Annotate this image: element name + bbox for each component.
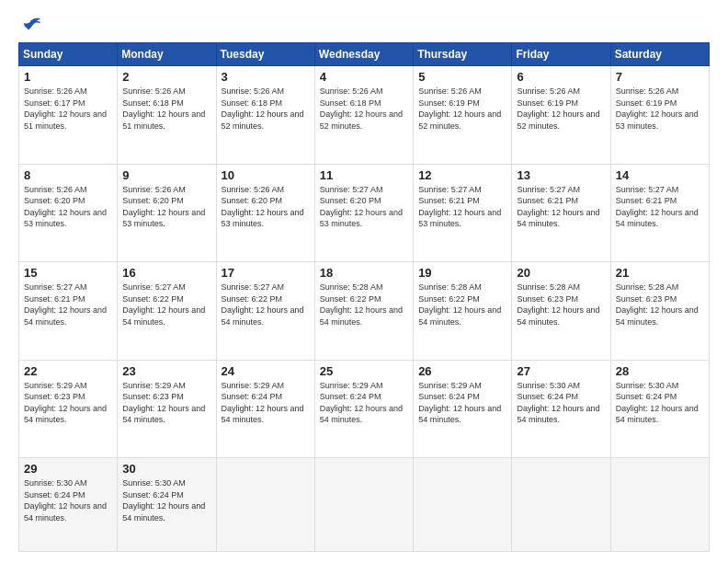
- calendar-day-cell: 6Sunrise: 5:26 AMSunset: 6:19 PMDaylight…: [512, 66, 610, 165]
- calendar-day-cell: 23Sunrise: 5:29 AMSunset: 6:23 PMDayligh…: [118, 360, 216, 458]
- day-number: 19: [418, 266, 506, 280]
- day-info: Sunrise: 5:26 AMSunset: 6:17 PMDaylight:…: [24, 86, 112, 132]
- calendar-table: SundayMondayTuesdayWednesdayThursdayFrid…: [18, 42, 710, 552]
- day-number: 23: [122, 364, 210, 378]
- calendar-day-cell: 29Sunrise: 5:30 AMSunset: 6:24 PMDayligh…: [19, 458, 118, 552]
- day-number: 27: [517, 364, 605, 378]
- calendar-day-cell: [610, 458, 709, 552]
- day-number: 8: [24, 168, 112, 182]
- calendar-day-cell: 12Sunrise: 5:27 AMSunset: 6:21 PMDayligh…: [414, 164, 512, 262]
- day-info: Sunrise: 5:30 AMSunset: 6:24 PMDaylight:…: [122, 477, 210, 523]
- day-number: 22: [24, 364, 112, 378]
- day-info: Sunrise: 5:27 AMSunset: 6:20 PMDaylight:…: [320, 184, 408, 230]
- day-number: 10: [222, 168, 310, 182]
- day-info: Sunrise: 5:28 AMSunset: 6:23 PMDaylight:…: [517, 282, 605, 327]
- day-number: 12: [418, 168, 506, 182]
- calendar-day-cell: 22Sunrise: 5:29 AMSunset: 6:23 PMDayligh…: [19, 360, 118, 458]
- calendar-day-cell: 30Sunrise: 5:30 AMSunset: 6:24 PMDayligh…: [118, 458, 216, 552]
- calendar-day-cell: 2Sunrise: 5:26 AMSunset: 6:18 PMDaylight…: [118, 66, 216, 165]
- day-number: 17: [222, 266, 310, 280]
- day-info: Sunrise: 5:29 AMSunset: 6:24 PMDaylight:…: [418, 380, 506, 426]
- day-info: Sunrise: 5:26 AMSunset: 6:18 PMDaylight:…: [122, 86, 210, 132]
- day-number: 16: [122, 266, 210, 280]
- calendar-day-cell: 24Sunrise: 5:29 AMSunset: 6:24 PMDayligh…: [216, 360, 314, 458]
- day-number: 29: [24, 462, 112, 476]
- day-number: 28: [616, 364, 704, 378]
- day-number: 18: [320, 266, 408, 280]
- calendar-day-cell: 11Sunrise: 5:27 AMSunset: 6:20 PMDayligh…: [314, 164, 413, 262]
- calendar-day-cell: 13Sunrise: 5:27 AMSunset: 6:21 PMDayligh…: [512, 164, 610, 262]
- day-number: 21: [616, 266, 704, 280]
- calendar-day-cell: 18Sunrise: 5:28 AMSunset: 6:22 PMDayligh…: [314, 262, 413, 361]
- day-of-week-header: Monday: [118, 43, 216, 66]
- day-number: 9: [122, 168, 210, 182]
- day-of-week-header: Thursday: [414, 43, 512, 66]
- calendar-day-cell: 5Sunrise: 5:26 AMSunset: 6:19 PMDaylight…: [414, 66, 512, 165]
- day-info: Sunrise: 5:28 AMSunset: 6:22 PMDaylight:…: [320, 282, 408, 327]
- calendar-day-cell: 1Sunrise: 5:26 AMSunset: 6:17 PMDaylight…: [19, 66, 118, 165]
- day-number: 1: [24, 70, 112, 84]
- calendar-day-cell: 20Sunrise: 5:28 AMSunset: 6:23 PMDayligh…: [512, 262, 610, 361]
- calendar-day-cell: 10Sunrise: 5:26 AMSunset: 6:20 PMDayligh…: [216, 164, 314, 262]
- day-info: Sunrise: 5:30 AMSunset: 6:24 PMDaylight:…: [616, 380, 704, 426]
- day-number: 11: [320, 168, 408, 182]
- calendar-day-cell: [414, 458, 512, 552]
- day-number: 30: [122, 462, 210, 476]
- day-info: Sunrise: 5:26 AMSunset: 6:20 PMDaylight:…: [24, 184, 112, 230]
- day-info: Sunrise: 5:27 AMSunset: 6:21 PMDaylight:…: [418, 184, 506, 230]
- day-info: Sunrise: 5:27 AMSunset: 6:22 PMDaylight:…: [222, 282, 310, 327]
- day-info: Sunrise: 5:26 AMSunset: 6:19 PMDaylight:…: [616, 86, 704, 132]
- calendar-week-row: 15Sunrise: 5:27 AMSunset: 6:21 PMDayligh…: [19, 262, 710, 361]
- calendar-day-cell: 4Sunrise: 5:26 AMSunset: 6:18 PMDaylight…: [314, 66, 413, 165]
- day-of-week-header: Sunday: [19, 43, 118, 66]
- calendar-day-cell: [216, 458, 314, 552]
- day-number: 3: [222, 70, 310, 84]
- calendar-day-cell: 7Sunrise: 5:26 AMSunset: 6:19 PMDaylight…: [610, 66, 709, 165]
- day-number: 15: [24, 266, 112, 280]
- day-info: Sunrise: 5:29 AMSunset: 6:23 PMDaylight:…: [24, 380, 112, 426]
- calendar-day-cell: [512, 458, 610, 552]
- day-of-week-header: Tuesday: [216, 43, 314, 66]
- calendar-day-cell: 16Sunrise: 5:27 AMSunset: 6:22 PMDayligh…: [118, 262, 216, 361]
- calendar-day-cell: 8Sunrise: 5:26 AMSunset: 6:20 PMDaylight…: [19, 164, 118, 262]
- calendar-day-cell: 26Sunrise: 5:29 AMSunset: 6:24 PMDayligh…: [414, 360, 512, 458]
- day-info: Sunrise: 5:27 AMSunset: 6:21 PMDaylight:…: [24, 282, 112, 327]
- logo-bird-icon: [22, 17, 42, 33]
- day-info: Sunrise: 5:30 AMSunset: 6:24 PMDaylight:…: [24, 477, 112, 523]
- page: SundayMondayTuesdayWednesdayThursdayFrid…: [0, 0, 728, 563]
- calendar-day-cell: 21Sunrise: 5:28 AMSunset: 6:23 PMDayligh…: [610, 262, 709, 361]
- day-number: 20: [517, 266, 605, 280]
- day-of-week-header: Friday: [512, 43, 610, 66]
- day-number: 5: [418, 70, 506, 84]
- day-number: 26: [418, 364, 506, 378]
- calendar-week-row: 8Sunrise: 5:26 AMSunset: 6:20 PMDaylight…: [19, 164, 710, 262]
- day-number: 2: [122, 70, 210, 84]
- calendar-week-row: 22Sunrise: 5:29 AMSunset: 6:23 PMDayligh…: [19, 360, 710, 458]
- day-info: Sunrise: 5:29 AMSunset: 6:24 PMDaylight:…: [222, 380, 310, 426]
- day-info: Sunrise: 5:26 AMSunset: 6:18 PMDaylight:…: [320, 86, 408, 132]
- calendar-day-cell: 9Sunrise: 5:26 AMSunset: 6:20 PMDaylight…: [118, 164, 216, 262]
- day-info: Sunrise: 5:26 AMSunset: 6:20 PMDaylight:…: [222, 184, 310, 230]
- day-info: Sunrise: 5:29 AMSunset: 6:23 PMDaylight:…: [122, 380, 210, 426]
- day-number: 4: [320, 70, 408, 84]
- day-info: Sunrise: 5:30 AMSunset: 6:24 PMDaylight:…: [517, 380, 605, 426]
- day-number: 7: [616, 70, 704, 84]
- calendar-day-cell: 27Sunrise: 5:30 AMSunset: 6:24 PMDayligh…: [512, 360, 610, 458]
- day-info: Sunrise: 5:27 AMSunset: 6:21 PMDaylight:…: [616, 184, 704, 230]
- day-of-week-header: Saturday: [610, 43, 709, 66]
- day-number: 24: [222, 364, 310, 378]
- day-info: Sunrise: 5:29 AMSunset: 6:24 PMDaylight:…: [320, 380, 408, 426]
- day-info: Sunrise: 5:27 AMSunset: 6:21 PMDaylight:…: [517, 184, 605, 230]
- calendar-day-cell: 28Sunrise: 5:30 AMSunset: 6:24 PMDayligh…: [610, 360, 709, 458]
- header: [18, 17, 710, 33]
- calendar-day-cell: 25Sunrise: 5:29 AMSunset: 6:24 PMDayligh…: [314, 360, 413, 458]
- calendar-day-cell: 19Sunrise: 5:28 AMSunset: 6:22 PMDayligh…: [414, 262, 512, 361]
- day-info: Sunrise: 5:26 AMSunset: 6:18 PMDaylight:…: [222, 86, 310, 132]
- day-number: 13: [517, 168, 605, 182]
- calendar-day-cell: 3Sunrise: 5:26 AMSunset: 6:18 PMDaylight…: [216, 66, 314, 165]
- day-number: 25: [320, 364, 408, 378]
- calendar-week-row: 1Sunrise: 5:26 AMSunset: 6:17 PMDaylight…: [19, 66, 710, 165]
- calendar-week-row: 29Sunrise: 5:30 AMSunset: 6:24 PMDayligh…: [19, 458, 710, 552]
- day-of-week-header: Wednesday: [314, 43, 413, 66]
- day-info: Sunrise: 5:26 AMSunset: 6:19 PMDaylight:…: [517, 86, 605, 132]
